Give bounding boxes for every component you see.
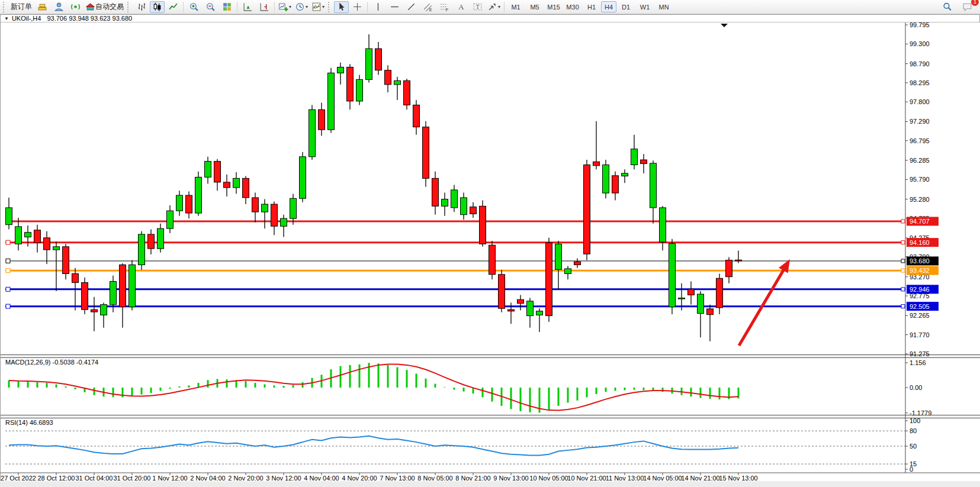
candle-body[interactable] <box>679 298 685 299</box>
candle-body[interactable] <box>593 162 600 166</box>
candle-body[interactable] <box>565 269 571 273</box>
candle-body[interactable] <box>300 157 306 198</box>
candle-body[interactable] <box>698 294 704 314</box>
candle-body[interactable] <box>243 178 249 198</box>
candle-body[interactable] <box>707 309 714 315</box>
candle-body[interactable] <box>347 67 354 101</box>
candle-body[interactable] <box>319 109 325 130</box>
label-icon[interactable]: T <box>469 1 486 13</box>
gold-icon[interactable] <box>34 1 50 13</box>
candle-body[interactable] <box>669 244 676 307</box>
candle-body[interactable] <box>631 149 638 165</box>
zoom-out-icon[interactable] <box>202 1 219 13</box>
candle-body[interactable] <box>366 49 372 79</box>
candle-body[interactable] <box>489 245 496 275</box>
candle-body[interactable] <box>44 238 50 250</box>
vline-icon[interactable] <box>369 1 386 13</box>
candle-body[interactable] <box>574 262 581 265</box>
pane-splitter[interactable] <box>1 415 980 418</box>
new-order-button[interactable]: 新订单 <box>9 1 34 13</box>
period-icon[interactable]: ▾ <box>293 1 310 13</box>
candle-body[interactable] <box>508 309 515 311</box>
tab-timeframe-D1[interactable]: D1 <box>616 1 635 12</box>
candle-body[interactable] <box>120 265 126 307</box>
text-icon[interactable]: A <box>452 1 469 13</box>
candle-body[interactable] <box>527 301 534 316</box>
candle-body[interactable] <box>603 165 609 193</box>
community-icon[interactable] <box>50 1 67 13</box>
candle-body[interactable] <box>271 204 278 226</box>
candle-body[interactable] <box>148 234 155 249</box>
tile-windows-icon[interactable] <box>219 1 235 13</box>
autotrade-button[interactable]: 自动交易 <box>83 1 126 13</box>
candle-body[interactable] <box>442 199 448 207</box>
candle-body[interactable] <box>650 163 657 208</box>
zoom-in-icon[interactable] <box>185 1 202 13</box>
candle-body[interactable] <box>176 195 183 211</box>
cursor-icon[interactable] <box>334 1 349 13</box>
candle-body[interactable] <box>612 176 619 193</box>
chart-titlebar[interactable]: ▼ UKOil-,H4 93.706 93.948 93.623 93.680 <box>1 15 979 22</box>
tab-timeframe-M1[interactable]: M1 <box>506 1 525 12</box>
candle-body[interactable] <box>338 67 344 73</box>
channel-icon[interactable]: E <box>419 1 436 13</box>
bars-chart-icon[interactable] <box>133 1 150 13</box>
candle-body[interactable] <box>129 265 136 307</box>
trendline-icon[interactable] <box>403 1 419 13</box>
candle-body[interactable] <box>404 80 410 105</box>
candle-body[interactable] <box>375 49 382 70</box>
candle-body[interactable] <box>233 178 240 188</box>
candle-body[interactable] <box>461 198 467 215</box>
candle-body[interactable] <box>499 275 505 308</box>
level-axis-handle[interactable] <box>901 241 905 244</box>
candle-body[interactable] <box>205 162 211 178</box>
chevron-down-icon[interactable]: ▼ <box>4 16 9 21</box>
candle-body[interactable] <box>214 162 221 182</box>
candle-body[interactable] <box>63 247 69 274</box>
candle-body[interactable] <box>309 109 316 157</box>
candle-body[interactable] <box>53 247 60 250</box>
template-icon[interactable]: ▾ <box>310 1 326 13</box>
candle-body[interactable] <box>262 204 268 212</box>
candle-body[interactable] <box>660 208 666 242</box>
level-handle[interactable] <box>6 287 10 291</box>
candle-body[interactable] <box>688 289 695 295</box>
level-handle[interactable] <box>6 240 10 244</box>
chat-icon[interactable]: 1 <box>959 1 975 13</box>
tab-timeframe-M5[interactable]: M5 <box>525 1 544 12</box>
level-handle[interactable] <box>6 259 10 263</box>
level-axis-handle[interactable] <box>901 305 905 308</box>
candle-body[interactable] <box>158 228 164 249</box>
candle-body[interactable] <box>110 282 117 305</box>
line-chart-icon[interactable] <box>165 1 181 13</box>
candle-body[interactable] <box>186 195 192 213</box>
level-axis-handle[interactable] <box>901 269 905 272</box>
tab-timeframe-M15[interactable]: M15 <box>544 1 563 12</box>
tab-timeframe-W1[interactable]: W1 <box>635 1 654 12</box>
candle-body[interactable] <box>139 234 145 265</box>
candle-body[interactable] <box>252 198 259 212</box>
new-chart-icon[interactable]: ▾ <box>277 1 293 13</box>
candle-body[interactable] <box>356 79 363 101</box>
candle-body[interactable] <box>281 218 287 226</box>
level-handle[interactable] <box>6 269 10 273</box>
hline-icon[interactable] <box>386 1 403 13</box>
candle-body[interactable] <box>584 165 590 254</box>
candle-body[interactable] <box>518 299 524 304</box>
candle-body[interactable] <box>72 274 79 283</box>
level-axis-handle[interactable] <box>901 259 905 263</box>
candle-body[interactable] <box>555 244 562 269</box>
candle-body[interactable] <box>413 105 420 127</box>
candle-body[interactable] <box>385 70 391 85</box>
candle-body[interactable] <box>716 278 723 308</box>
candle-body[interactable] <box>423 127 429 179</box>
candle-body[interactable] <box>101 305 107 315</box>
candle-body[interactable] <box>328 73 335 130</box>
level-handle[interactable] <box>6 304 10 308</box>
candle-body[interactable] <box>622 173 628 176</box>
candlestick-chart[interactable]: 99.79599.30098.79098.29597.80097.29096.7… <box>1 22 980 487</box>
candle-body[interactable] <box>82 283 88 310</box>
level-axis-handle[interactable] <box>901 288 905 291</box>
candles-icon[interactable] <box>150 1 165 13</box>
candle-body[interactable] <box>641 160 647 164</box>
